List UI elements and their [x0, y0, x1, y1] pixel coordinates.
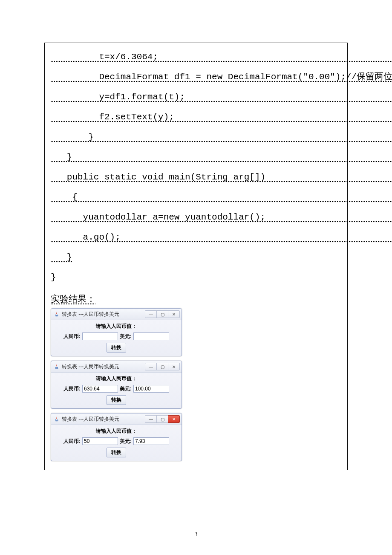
window-title: 转换表 ---人民币转换美元 [62, 363, 119, 370]
code-line: } [51, 273, 343, 282]
app-window: 转换表 ---人民币转换美元 — ▢ ✕ 请输入人民币值： 人民币: 美元: 转… [51, 308, 182, 356]
code-line: } [51, 253, 343, 262]
usd-label: 美元: [120, 385, 132, 393]
app-window: 转换表 ---人民币转换美元 — ▢ ✕ 请输入人民币值： 人民币: 美元: 转… [51, 361, 182, 409]
result-heading: 实验结果： [51, 293, 343, 305]
app-window: 转换表 ---人民币转换美元 — ▢ ✕ 请输入人民币值： 人民币: 美元: 转… [51, 413, 182, 461]
window-title: 转换表 ---人民币转换美元 [62, 416, 119, 423]
field-row: 人民币: 美元: [54, 385, 179, 393]
rmb-input[interactable] [82, 332, 118, 340]
prompt-label: 请输入人民币值： [96, 428, 137, 435]
window-controls: — ▢ ✕ [145, 363, 180, 370]
prompt-label: 请输入人民币值： [96, 375, 137, 382]
window-title: 转换表 ---人民币转换美元 [62, 311, 119, 318]
rmb-input[interactable] [82, 385, 118, 393]
window-content: 请输入人民币值： 人民币: 美元: 转换 [51, 320, 182, 356]
java-icon [54, 364, 60, 370]
minimize-button[interactable]: — [145, 310, 156, 318]
maximize-button[interactable]: ▢ [156, 415, 168, 423]
window-content: 请输入人民币值： 人民币: 美元: 转换 [51, 373, 182, 408]
code-line: a.go(); [51, 233, 343, 242]
window-controls: — ▢ ✕ [145, 310, 180, 318]
close-button[interactable]: ✕ [168, 363, 180, 370]
rmb-input[interactable] [82, 437, 118, 445]
document-frame: t=x/6.3064; DecimalFormat df1 = new Deci… [44, 43, 348, 470]
convert-button[interactable]: 转换 [107, 395, 126, 405]
minimize-button[interactable]: — [145, 415, 156, 423]
svg-point-2 [55, 420, 58, 421]
maximize-button[interactable]: ▢ [156, 363, 168, 370]
svg-point-0 [55, 315, 58, 316]
convert-button[interactable]: 转换 [107, 343, 126, 353]
usd-label: 美元: [120, 333, 132, 340]
usd-input[interactable] [133, 437, 169, 445]
usd-input[interactable] [133, 385, 169, 393]
code-line: t=x/6.3064; [51, 52, 343, 61]
field-row: 人民币: 美元: [54, 437, 179, 445]
window-titlebar[interactable]: 转换表 ---人民币转换美元 — ▢ ✕ [51, 309, 182, 320]
minimize-button[interactable]: — [145, 363, 156, 370]
svg-point-1 [55, 368, 58, 369]
window-controls: — ▢ ✕ [145, 415, 180, 423]
window-content: 请输入人民币值： 人民币: 美元: 转换 [51, 425, 182, 461]
window-titlebar[interactable]: 转换表 ---人民币转换美元 — ▢ ✕ [51, 361, 182, 373]
code-line: { [51, 193, 343, 202]
code-line: DecimalFormat df1 = new DecimalFormat("0… [51, 72, 343, 81]
java-icon [54, 416, 60, 422]
rmb-label: 人民币: [63, 438, 81, 445]
rmb-label: 人民币: [63, 333, 81, 340]
convert-button[interactable]: 转换 [107, 448, 126, 457]
maximize-button[interactable]: ▢ [156, 310, 168, 318]
code-line: y=df1.format(t); [51, 92, 343, 101]
java-icon [54, 311, 60, 317]
field-row: 人民币: 美元: [54, 332, 179, 340]
close-button[interactable]: ✕ [168, 310, 180, 318]
code-line: yuantodollar a=new yuantodollar(); [51, 213, 343, 222]
close-button[interactable]: ✕ [168, 415, 180, 423]
code-line: public static void main(String arg[]) [51, 173, 343, 182]
usd-label: 美元: [120, 438, 132, 445]
prompt-label: 请输入人民币值： [96, 323, 137, 330]
rmb-label: 人民币: [63, 385, 81, 393]
code-line: } [51, 133, 343, 142]
code-line: f2.setText(y); [51, 113, 343, 121]
usd-input[interactable] [133, 332, 169, 340]
code-line: } [51, 153, 343, 162]
window-titlebar[interactable]: 转换表 ---人民币转换美元 — ▢ ✕ [51, 413, 182, 425]
page-number: 3 [0, 531, 392, 538]
